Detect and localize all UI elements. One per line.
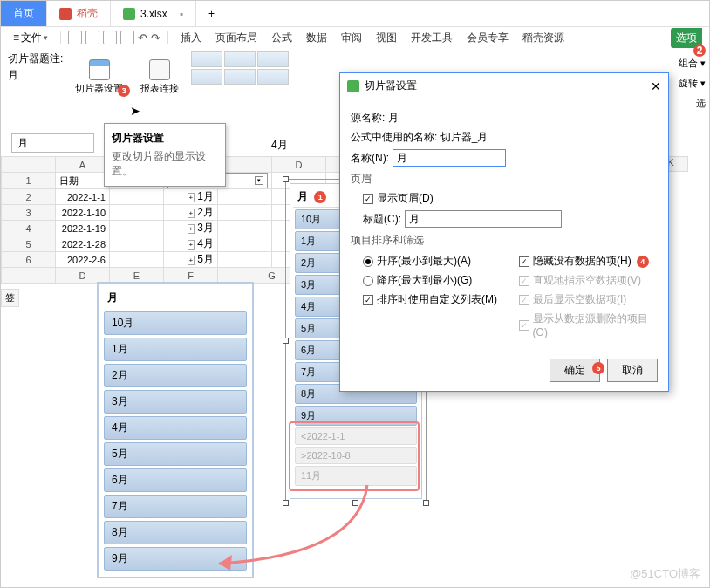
undo-dd[interactable]: ↶ bbox=[138, 31, 147, 44]
ok-button[interactable]: 确定 5 bbox=[550, 359, 600, 382]
badge-5: 5 bbox=[592, 362, 604, 374]
cancel-button[interactable]: 取消 bbox=[607, 359, 658, 382]
print-icon[interactable] bbox=[85, 31, 99, 44]
dialog-title: 切片器设置 ✕ bbox=[340, 73, 668, 99]
report-conn-btn[interactable]: 报表连接 bbox=[135, 51, 184, 102]
xlsx-icon bbox=[123, 8, 135, 20]
tab-add[interactable]: + bbox=[196, 1, 227, 26]
tab-file[interactable]: 3.xlsx▪ bbox=[111, 1, 196, 26]
save-icon[interactable] bbox=[68, 31, 82, 44]
slicer-title: 月 bbox=[102, 287, 249, 309]
slicer-settings-icon bbox=[89, 59, 110, 80]
report-conn-icon bbox=[149, 59, 170, 80]
badge-4: 4 bbox=[637, 256, 649, 268]
file-menu[interactable]: ≡ 文件 ▾ bbox=[8, 31, 53, 45]
title-tabs: 首页 稻壳 3.xlsx▪ + bbox=[1, 1, 709, 27]
sort-section: 项目排序和筛选 bbox=[351, 233, 658, 248]
slicer-item[interactable]: 4月 bbox=[104, 416, 247, 440]
hide-empty-cb[interactable] bbox=[519, 256, 529, 267]
tab-home[interactable]: 首页 bbox=[1, 1, 47, 26]
slicer-settings-btn[interactable]: 切片器设置 3 bbox=[70, 51, 128, 102]
rb-review[interactable]: 审阅 bbox=[336, 31, 367, 45]
slicer-styles[interactable] bbox=[191, 51, 296, 85]
undo-icon[interactable] bbox=[120, 31, 134, 44]
rb-dev[interactable]: 开发工具 bbox=[406, 31, 458, 45]
slicer-left[interactable]: 月 10月1月2月3月4月5月6月7月8月9月 bbox=[97, 282, 254, 578]
slicer-item[interactable]: 8月 bbox=[104, 521, 247, 544]
dialog-icon bbox=[347, 80, 359, 92]
note-value: 月 bbox=[8, 68, 63, 83]
vis2-cb bbox=[519, 295, 529, 305]
group-btn[interactable]: 组合 ▾ bbox=[679, 57, 706, 70]
name-input[interactable] bbox=[393, 149, 506, 167]
rb-layout[interactable]: 页面布局 bbox=[210, 31, 263, 45]
slicer-item-dim[interactable]: <2022-1-1 bbox=[295, 427, 417, 445]
slicer-item[interactable]: 6月 bbox=[104, 468, 247, 492]
caption-label: 标题(C): bbox=[363, 212, 401, 227]
show-header-cb[interactable] bbox=[363, 194, 373, 204]
close-icon[interactable]: ✕ bbox=[651, 79, 661, 93]
vis1-cb bbox=[519, 276, 529, 286]
rb-member[interactable]: 会员专享 bbox=[461, 31, 514, 45]
note-label: 切片器题注: bbox=[8, 51, 63, 66]
tab-menu-icon[interactable]: ▪ bbox=[180, 8, 183, 20]
name-box[interactable]: 月 bbox=[11, 133, 94, 153]
slicer-item[interactable]: 9月 bbox=[295, 406, 417, 426]
dke-icon bbox=[59, 8, 72, 20]
badge-3: 3 bbox=[118, 85, 130, 97]
options-btn[interactable]: 选项2 bbox=[671, 28, 702, 48]
badge-1: 1 bbox=[314, 191, 326, 203]
rb-dkres[interactable]: 稻壳资源 bbox=[517, 31, 570, 45]
custom-cb[interactable] bbox=[363, 295, 373, 305]
slicer-item[interactable]: 10月 bbox=[104, 311, 247, 335]
right-pane: 组合 ▾ 旋转 ▾ 选 bbox=[674, 53, 709, 113]
name-label: 名称(N): bbox=[351, 151, 389, 166]
vis3-cb bbox=[519, 320, 529, 331]
slicer-item[interactable]: 1月 bbox=[104, 338, 247, 361]
slicer-item-dim[interactable]: >2022-10-8 bbox=[295, 447, 417, 464]
slicer-item-dim[interactable]: 11月 bbox=[295, 466, 417, 486]
rb-view[interactable]: 视图 bbox=[371, 31, 402, 45]
watermark: @51CTO博客 bbox=[630, 566, 700, 582]
preview-icon[interactable] bbox=[103, 31, 117, 44]
asc-radio[interactable] bbox=[363, 256, 373, 267]
slicer-item[interactable]: 2月 bbox=[104, 364, 247, 387]
slicer-item[interactable]: 3月 bbox=[104, 390, 247, 414]
desc-radio[interactable] bbox=[363, 276, 373, 286]
rb-data[interactable]: 数据 bbox=[301, 31, 332, 45]
tab-dke[interactable]: 稻壳 bbox=[47, 1, 111, 26]
tooltip: 切片器设置 更改切片器的显示设置。 bbox=[104, 123, 226, 187]
caption-input[interactable] bbox=[405, 210, 562, 228]
slicer-item[interactable]: 5月 bbox=[104, 442, 247, 466]
formula-name: 公式中使用的名称: 切片器_月 bbox=[351, 130, 658, 145]
formula-preview: 4月 bbox=[271, 138, 288, 153]
ribbon: ≡ 文件 ▾ ↶ ↷ 插入 页面布局 公式 数据 审阅 视图 开发工具 会员专享… bbox=[1, 27, 709, 48]
rb-formula[interactable]: 公式 bbox=[266, 31, 297, 45]
select-btn[interactable]: 选 bbox=[696, 97, 706, 110]
slicer-settings-dialog: 切片器设置 ✕ 源名称: 月 公式中使用的名称: 切片器_月 名称(N): 页眉… bbox=[339, 72, 669, 392]
slicer-item[interactable]: 9月 bbox=[104, 547, 247, 571]
rb-insert[interactable]: 插入 bbox=[175, 31, 207, 45]
side-label: 签 bbox=[1, 289, 19, 307]
rotate-btn[interactable]: 旋转 ▾ bbox=[679, 77, 706, 90]
cursor-icon: ➤ bbox=[130, 104, 140, 118]
header-section: 页眉 bbox=[351, 172, 658, 187]
slicer-item[interactable]: 7月 bbox=[104, 495, 247, 518]
dropdown-icon[interactable]: ▾ bbox=[255, 176, 263, 185]
redo-dd[interactable]: ↷ bbox=[151, 31, 160, 44]
src-name: 源名称: 月 bbox=[351, 111, 658, 126]
